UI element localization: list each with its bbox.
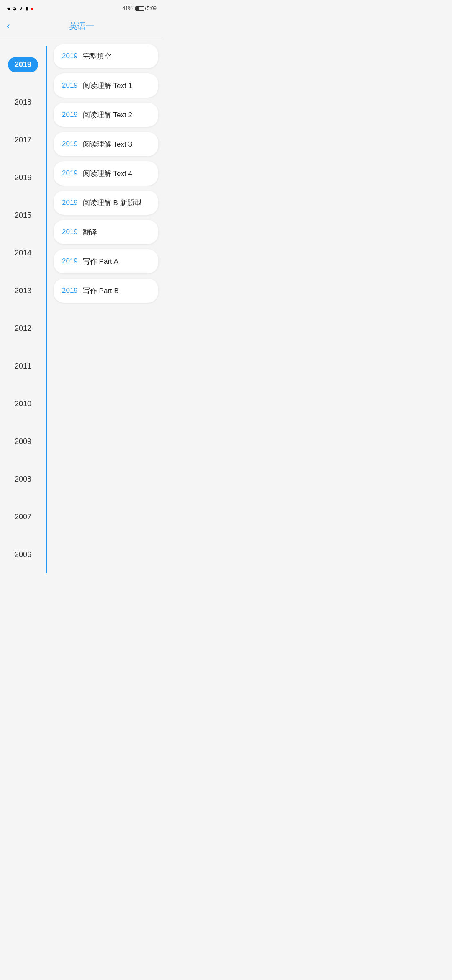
year-label-2012: 2012	[15, 324, 31, 333]
year-label-2019: 2019	[8, 57, 38, 72]
topic-name-2: 阅读理解 Text 2	[83, 110, 132, 120]
status-bar: ◀ ◕ ✗ ▮ ■ 41% 5:09	[0, 0, 163, 15]
topic-year-7: 2019	[62, 257, 78, 266]
year-item-2013[interactable]: 2013	[0, 272, 46, 309]
topic-year-5: 2019	[62, 199, 78, 207]
topic-year-3: 2019	[62, 140, 78, 148]
topic-name-4: 阅读理解 Text 4	[83, 169, 132, 178]
wifi-icon: ◕	[13, 6, 17, 11]
topic-year-2: 2019	[62, 111, 78, 119]
battery-percent: 41%	[123, 5, 133, 11]
topic-item-reading1[interactable]: 2019 阅读理解 Text 1	[54, 73, 158, 98]
topic-name-5: 阅读理解 B 新题型	[83, 198, 141, 208]
year-item-2014[interactable]: 2014	[0, 234, 46, 272]
topic-year-1: 2019	[62, 81, 78, 90]
topic-name-1: 阅读理解 Text 1	[83, 81, 132, 90]
year-label-2009: 2009	[15, 437, 31, 446]
year-label-2008: 2008	[15, 475, 31, 484]
year-item-2015[interactable]: 2015	[0, 196, 46, 234]
topic-item-cloze[interactable]: 2019 完型填空	[54, 44, 158, 68]
topic-item-translation[interactable]: 2019 翻译	[54, 220, 158, 244]
topic-name-0: 完型填空	[83, 52, 111, 61]
topic-name-7: 写作 Part A	[83, 257, 118, 266]
status-icons: ◀ ◕ ✗ ▮ ■	[7, 6, 33, 11]
battery-icon	[135, 6, 144, 11]
year-item-2017[interactable]: 2017	[0, 121, 46, 159]
year-item-2011[interactable]: 2011	[0, 347, 46, 385]
sim-icon: ◀	[7, 6, 10, 11]
time-display: 5:09	[147, 5, 157, 11]
topic-item-writing-a[interactable]: 2019 写作 Part A	[54, 249, 158, 273]
year-item-2009[interactable]: 2009	[0, 423, 46, 460]
record-icon: ■	[31, 6, 33, 11]
nav-bar: ‹ 英语一	[0, 15, 163, 37]
status-right: 41% 5:09	[123, 5, 157, 11]
year-item-2007[interactable]: 2007	[0, 498, 46, 536]
main-content: 2019 2018 2017 2016 2015 2014 2013 2012 …	[0, 37, 163, 580]
year-label-2014: 2014	[15, 249, 31, 258]
year-label-2006: 2006	[15, 550, 31, 559]
topic-name-3: 阅读理解 Text 3	[83, 139, 132, 149]
year-item-2010[interactable]: 2010	[0, 385, 46, 423]
year-label-2015: 2015	[15, 211, 31, 220]
year-sidebar: 2019 2018 2017 2016 2015 2014 2013 2012 …	[0, 44, 46, 573]
year-item-2016[interactable]: 2016	[0, 159, 46, 196]
topic-item-reading3[interactable]: 2019 阅读理解 Text 3	[54, 132, 158, 156]
topic-year-8: 2019	[62, 286, 78, 295]
year-label-2010: 2010	[15, 400, 31, 408]
topic-name-8: 写作 Part B	[83, 286, 119, 296]
year-item-2018[interactable]: 2018	[0, 83, 46, 121]
year-label-2007: 2007	[15, 513, 31, 521]
year-item-2008[interactable]: 2008	[0, 460, 46, 498]
topic-item-reading4[interactable]: 2019 阅读理解 Text 4	[54, 161, 158, 186]
topic-item-reading2[interactable]: 2019 阅读理解 Text 2	[54, 103, 158, 127]
year-label-2013: 2013	[15, 286, 31, 295]
topic-item-writing-b[interactable]: 2019 写作 Part B	[54, 279, 158, 303]
topic-year-4: 2019	[62, 169, 78, 178]
topic-year-0: 2019	[62, 52, 78, 60]
bluetooth-icon: ✗	[19, 6, 23, 11]
year-item-2019[interactable]: 2019	[0, 46, 46, 83]
year-label-2011: 2011	[15, 362, 31, 371]
year-label-2018: 2018	[15, 98, 31, 107]
back-button[interactable]: ‹	[7, 19, 13, 33]
topic-year-6: 2019	[62, 228, 78, 236]
year-label-2017: 2017	[15, 136, 31, 144]
year-label-2016: 2016	[15, 173, 31, 182]
year-item-2006[interactable]: 2006	[0, 536, 46, 573]
topics-list: 2019 完型填空 2019 阅读理解 Text 1 2019 阅读理解 Tex…	[47, 44, 163, 573]
page-title: 英语一	[69, 21, 94, 32]
topic-name-6: 翻译	[83, 227, 97, 237]
topic-item-reading-b[interactable]: 2019 阅读理解 B 新题型	[54, 191, 158, 215]
year-item-2012[interactable]: 2012	[0, 309, 46, 347]
vibrate-icon: ▮	[26, 6, 28, 11]
